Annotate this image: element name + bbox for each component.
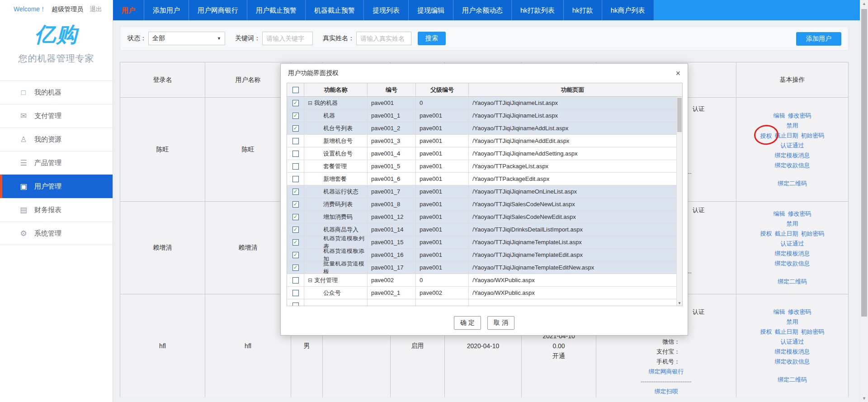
cert-pass-link[interactable]: 认证通过: [781, 337, 804, 347]
tab-user-deadline-alert[interactable]: 用户截止预警: [247, 0, 306, 20]
sidebar-item-payment[interactable]: ✉ 支付管理: [0, 104, 113, 128]
deadline-link[interactable]: 截止日期: [775, 229, 798, 239]
permission-name: 增加消费码: [323, 213, 353, 221]
column-header-username: 用户名称: [205, 62, 291, 97]
permission-name: 机器商品导入: [323, 226, 359, 234]
bind-template-link[interactable]: 绑定模板消息: [775, 151, 810, 161]
permission-page: /Yaoyao/TTJiqiJiqinameList.aspx: [469, 109, 682, 122]
tab-add-user[interactable]: 添加用户: [144, 0, 189, 20]
bind-payment-link[interactable]: 绑定收款信息: [775, 357, 810, 367]
edit-link[interactable]: 编辑: [774, 307, 785, 317]
sidebar-item-label: 财务报表: [34, 206, 61, 214]
page-scrollbar[interactable]: ▲ ▼: [860, 0, 868, 402]
row-checkbox[interactable]: [292, 303, 299, 306]
column-header-login: 登录名: [120, 62, 205, 97]
deadline-link[interactable]: 截止日期: [775, 131, 798, 141]
tab-users[interactable]: 用户: [113, 0, 144, 20]
status-select[interactable]: 全部 ▼: [148, 32, 225, 45]
tab-hk-merchant-list[interactable]: hk商户列表: [602, 0, 654, 20]
row-checkbox[interactable]: [292, 290, 299, 296]
init-password-link[interactable]: 初始密码: [801, 131, 825, 141]
authorize-link[interactable]: 授权: [760, 327, 772, 337]
cancel-button[interactable]: 取 消: [487, 316, 514, 330]
cell-actions: 编辑 修改密码 禁用 授权 截止日期 初始密码 认证通过 绑定模板消息 绑定收款…: [736, 294, 848, 397]
select-all-checkbox[interactable]: [292, 87, 299, 93]
authorize-link[interactable]: 授权: [760, 132, 772, 139]
change-password-link[interactable]: 修改密码: [788, 307, 811, 317]
row-checkbox[interactable]: [292, 277, 299, 284]
sidebar-item-my-machines[interactable]: □ 我的机器: [0, 80, 113, 104]
tab-withdraw-edit[interactable]: 提现编辑: [409, 0, 453, 20]
tab-hk-payment[interactable]: hk打款: [564, 0, 602, 20]
row-checkbox[interactable]: ✓: [292, 100, 299, 106]
row-checkbox[interactable]: ✓: [292, 189, 299, 195]
row-checkbox[interactable]: ✓: [292, 201, 299, 208]
permission-page: /Yaoyao/TTPackageList.aspx: [469, 160, 682, 172]
bind-payment-link[interactable]: 绑定收款信息: [775, 161, 810, 170]
sidebar-item-finance[interactable]: ▤ 财务报表: [0, 198, 113, 222]
realname-input[interactable]: [356, 32, 411, 45]
scroll-down-icon[interactable]: ▼: [677, 301, 682, 305]
nav-tab-label: hk打款: [572, 6, 593, 14]
change-password-link[interactable]: 修改密码: [788, 111, 811, 121]
edit-link[interactable]: 编辑: [774, 209, 785, 219]
row-checkbox[interactable]: [292, 176, 299, 182]
tab-hk-payment-list[interactable]: hk打款列表: [512, 0, 564, 20]
row-checkbox[interactable]: ✓: [292, 227, 299, 233]
logout-link[interactable]: 退出: [90, 5, 102, 13]
column-header-name: 功能名称: [304, 83, 368, 96]
init-password-link[interactable]: 初始密码: [801, 229, 825, 239]
search-button[interactable]: 搜索: [418, 32, 446, 45]
row-checkbox[interactable]: ✓: [292, 252, 299, 258]
keyword-input[interactable]: [262, 32, 313, 45]
tab-withdraw-list[interactable]: 提现列表: [364, 0, 409, 20]
sidebar-item-products[interactable]: ☰ 产品管理: [0, 151, 113, 175]
row-checkbox[interactable]: ✓: [292, 125, 299, 132]
row-checkbox[interactable]: ✓: [292, 265, 299, 271]
row-checkbox[interactable]: ✓: [292, 214, 299, 220]
scroll-down-icon[interactable]: ▼: [860, 396, 868, 401]
批量机器货道模板: ✓ 批量机器货道模板 pave001_17 pave001 /Yaoyao/TT…: [287, 261, 682, 274]
deadline-link[interactable]: 截止日期: [775, 327, 798, 337]
permission-page: /Yaoyao/TTJiqiJiqinameAddSetting.aspx: [469, 147, 682, 160]
disable-link[interactable]: 禁用: [787, 219, 798, 229]
close-icon[interactable]: ×: [675, 69, 680, 77]
page-scrollbar-thumb[interactable]: [861, 9, 867, 317]
bind-payment-link[interactable]: 绑定收款信息: [775, 259, 810, 269]
cert-pass-link[interactable]: 认证通过: [781, 141, 804, 151]
sidebar-item-resources[interactable]: ♙ 我的资源: [0, 128, 113, 151]
edit-link[interactable]: 编辑: [774, 111, 785, 121]
tab-user-bank[interactable]: 用户网商银行: [189, 0, 247, 20]
bind-template-link[interactable]: 绑定模板消息: [775, 347, 810, 357]
bind-qrcode-link[interactable]: 绑定二维码: [778, 375, 807, 385]
row-checkbox[interactable]: [292, 151, 299, 157]
bind-bank-link[interactable]: 绑定网商银行: [649, 367, 684, 377]
disable-link[interactable]: 禁用: [787, 317, 798, 327]
permission-parent: pave002: [416, 287, 469, 299]
modal-scrollbar[interactable]: ▼: [676, 97, 682, 306]
permission-parent: pave001: [416, 109, 469, 122]
cert-pass-link[interactable]: 认证通过: [781, 239, 804, 249]
permission-page: /Yaoyao/TTPackageEdit.aspx: [469, 173, 682, 185]
row-checkbox[interactable]: [292, 138, 299, 144]
add-user-button[interactable]: 添加用户: [796, 32, 841, 46]
row-checkbox[interactable]: ✓: [292, 113, 299, 119]
confirm-button[interactable]: 确 定: [454, 316, 481, 330]
sidebar-item-system[interactable]: ⚙ 系统管理: [0, 222, 113, 245]
bind-qrcode-link[interactable]: 绑定二维码: [778, 277, 807, 287]
tab-machine-deadline-alert[interactable]: 机器截止预警: [306, 0, 364, 20]
change-password-link[interactable]: 修改密码: [788, 209, 811, 219]
sidebar-item-users[interactable]: ▣ 用户管理: [0, 175, 113, 198]
row-checkbox[interactable]: ✓: [292, 239, 299, 246]
permission-parent: pave001: [416, 211, 469, 223]
bind-qrcode-link[interactable]: 绑定二维码: [778, 179, 807, 189]
tab-balance-activity[interactable]: 用户余额动态: [453, 0, 512, 20]
modal-scrollbar-thumb[interactable]: [677, 98, 682, 132]
init-password-link[interactable]: 初始密码: [801, 327, 825, 337]
disable-link[interactable]: 禁用: [787, 121, 798, 131]
authorize-link[interactable]: 授权: [760, 229, 772, 239]
scroll-up-icon[interactable]: ▲: [860, 1, 868, 6]
bind-template-link[interactable]: 绑定模板消息: [775, 249, 810, 259]
bind-scan-link[interactable]: 绑定扫呗: [655, 387, 678, 397]
row-checkbox[interactable]: [292, 163, 299, 170]
